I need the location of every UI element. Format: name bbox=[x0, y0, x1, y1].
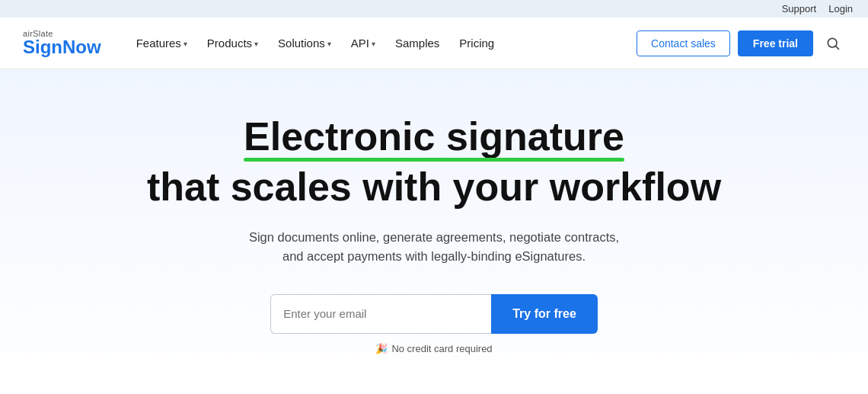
green-underline bbox=[244, 158, 624, 162]
no-credit-card-note: 🎉 No credit card required bbox=[375, 343, 492, 354]
free-trial-button[interactable]: Free trial bbox=[738, 30, 813, 56]
nav-links: Features ▾ Products ▾ Solutions ▾ API ▾ … bbox=[129, 30, 637, 56]
chevron-down-icon: ▾ bbox=[327, 40, 331, 48]
try-for-free-button[interactable]: Try for free bbox=[491, 294, 598, 334]
nav-pricing[interactable]: Pricing bbox=[452, 30, 502, 56]
chevron-down-icon: ▾ bbox=[254, 40, 258, 48]
nav-features[interactable]: Features ▾ bbox=[129, 30, 195, 56]
login-link[interactable]: Login bbox=[828, 3, 853, 14]
search-icon bbox=[825, 36, 841, 51]
email-input[interactable] bbox=[270, 294, 491, 334]
nav-api[interactable]: API ▾ bbox=[343, 30, 383, 56]
hero-title: Electronic signature that scales with yo… bbox=[147, 115, 721, 211]
hero-section: Electronic signature that scales with yo… bbox=[0, 69, 868, 392]
search-button[interactable] bbox=[821, 31, 845, 56]
hero-cta: Try for free bbox=[270, 294, 598, 334]
nav-samples[interactable]: Samples bbox=[388, 30, 447, 56]
svg-point-0 bbox=[828, 38, 837, 47]
navbar: airSlate SignNow Features ▾ Products ▾ S… bbox=[0, 18, 868, 69]
hero-title-line1: Electronic signature bbox=[244, 115, 624, 159]
logo[interactable]: airSlate SignNow bbox=[23, 30, 101, 56]
chevron-down-icon: ▾ bbox=[372, 40, 375, 48]
svg-line-1 bbox=[836, 46, 839, 49]
chevron-down-icon: ▾ bbox=[183, 40, 187, 48]
hero-title-line2: that scales with your workflow bbox=[147, 163, 721, 210]
nav-products[interactable]: Products ▾ bbox=[199, 30, 266, 56]
hero-subtitle: Sign documents online, generate agreemen… bbox=[244, 228, 624, 267]
contact-sales-button[interactable]: Contact sales bbox=[637, 30, 730, 56]
logo-signnow: SignNow bbox=[23, 38, 101, 56]
nav-solutions[interactable]: Solutions ▾ bbox=[270, 30, 339, 56]
support-link[interactable]: Support bbox=[782, 3, 817, 14]
top-bar: Support Login bbox=[0, 0, 868, 18]
nav-right: Contact sales Free trial bbox=[637, 30, 845, 56]
